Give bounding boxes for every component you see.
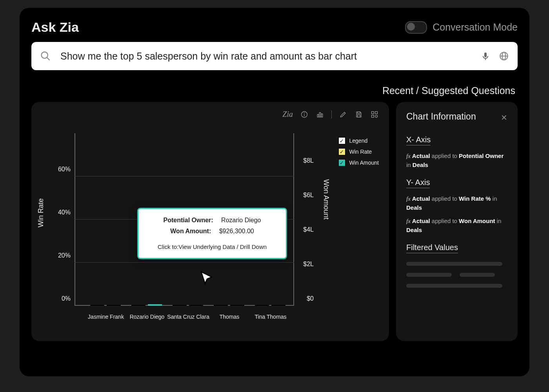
svg-rect-14 <box>358 114 360 117</box>
left-axis-title: Win Rate <box>37 198 45 227</box>
svg-rect-10 <box>317 114 318 117</box>
bar-win-rate[interactable] <box>131 305 145 306</box>
filter-placeholder <box>460 273 495 277</box>
bar-win-rate[interactable] <box>173 305 187 306</box>
svg-point-0 <box>42 52 48 58</box>
svg-rect-15 <box>372 111 374 114</box>
info-icon[interactable] <box>300 110 309 119</box>
filter-placeholder <box>406 273 452 277</box>
y-axis-mapping-1: fxActual applied to Win Rate % in Deals <box>406 194 507 212</box>
conversation-mode-label: Conversation Mode <box>433 22 518 33</box>
bar-group[interactable] <box>214 305 245 306</box>
x-tick-label: Thomas <box>208 314 251 320</box>
right-tick: $0 <box>307 295 314 302</box>
x-tick-label: Jasmine Frank <box>84 314 127 320</box>
bar-group[interactable] <box>173 305 204 306</box>
save-icon[interactable] <box>354 110 363 119</box>
right-tick: $4L <box>303 226 314 233</box>
x-axis-section-title: X- Axis <box>406 135 431 145</box>
edit-icon[interactable] <box>339 110 347 119</box>
bar-group[interactable] <box>131 304 163 306</box>
filter-placeholder <box>406 262 502 266</box>
close-icon[interactable]: ✕ <box>501 113 507 122</box>
filter-placeholder <box>406 284 502 288</box>
x-tick-label: Santa Cruz Clara <box>167 314 210 320</box>
svg-point-9 <box>304 113 305 113</box>
chart-card: Zia ✓Legend ✓Win Rate ✓Win Amount Win Ra… <box>31 102 389 341</box>
header: Ask Zia Conversation Mode <box>31 16 518 42</box>
left-tick: 60% <box>51 166 71 173</box>
toolbar-separator <box>331 110 332 119</box>
bar-win-amount[interactable] <box>148 304 162 306</box>
globe-icon[interactable] <box>499 51 509 61</box>
search-bar[interactable] <box>31 42 518 70</box>
filtered-values-title: Filtered Values <box>406 243 458 253</box>
right-tick: $6L <box>303 192 314 199</box>
right-tick: $2L <box>303 261 314 268</box>
recent-suggested-heading: Recent / Suggested Questions <box>31 85 515 96</box>
left-tick: 0% <box>51 295 71 302</box>
svg-rect-17 <box>372 115 374 117</box>
svg-rect-12 <box>321 114 322 117</box>
svg-line-1 <box>47 58 50 60</box>
legend-item-win-amount[interactable]: ✓Win Amount <box>338 159 379 166</box>
bar-win-amount[interactable] <box>230 305 244 306</box>
conversation-mode-toggle[interactable] <box>405 21 427 34</box>
bar-win-rate[interactable] <box>90 305 104 306</box>
bar-win-rate[interactable] <box>214 305 228 306</box>
right-axis-title: Won Amount <box>322 179 330 220</box>
bar-win-rate[interactable] <box>255 305 269 306</box>
bar-win-amount[interactable] <box>107 305 121 306</box>
plot-area[interactable]: 0% 20% 40% 60% $0 $2L $4L $6L $8L Potent… <box>75 133 294 306</box>
info-panel-title: Chart Information <box>406 111 507 122</box>
search-input[interactable] <box>60 50 472 62</box>
bar-group[interactable] <box>255 305 286 306</box>
legend: ✓Legend ✓Win Rate ✓Win Amount <box>338 137 379 166</box>
y-axis-mapping-2: fxActual applied to Won Amount in Deals <box>406 217 507 234</box>
legend-toggle[interactable]: ✓Legend <box>338 137 379 144</box>
left-tick: 20% <box>51 252 71 259</box>
chart-information-panel: Chart Information ✕ X- Axis fxActual app… <box>396 102 518 341</box>
svg-rect-16 <box>375 111 378 114</box>
left-tick: 40% <box>51 209 71 216</box>
mic-icon[interactable] <box>481 51 490 62</box>
chart-toolbar: Zia <box>282 110 379 119</box>
datapoint-tooltip[interactable]: Potential Owner: Rozario Diego Won Amoun… <box>137 208 287 259</box>
x-axis-mapping: fxActual applied to Potential Owner in D… <box>406 152 507 169</box>
legend-item-win-rate[interactable]: ✓Win Rate <box>338 148 379 155</box>
bar-group[interactable] <box>90 305 122 306</box>
svg-rect-11 <box>319 113 320 117</box>
bar-win-amount[interactable] <box>189 305 203 306</box>
x-tick-label: Rozario Diego <box>125 314 169 320</box>
conversation-mode-area: Conversation Mode <box>405 21 518 34</box>
dashboard-add-icon[interactable] <box>370 110 379 119</box>
svg-point-18 <box>375 115 378 117</box>
right-tick: $8L <box>303 157 314 164</box>
zia-signature-icon[interactable]: Zia <box>282 110 293 119</box>
svg-rect-2 <box>484 53 487 57</box>
x-tick-label: Tina Thomas <box>249 314 292 320</box>
ask-zia-window: Ask Zia Conversation Mode Recent / Sugge… <box>20 8 529 376</box>
bar-win-amount[interactable] <box>271 305 285 306</box>
search-icon <box>40 51 51 62</box>
svg-rect-13 <box>358 112 360 113</box>
app-title: Ask Zia <box>31 20 79 35</box>
cursor-icon <box>199 270 215 286</box>
y-axis-section-title: Y- Axis <box>406 178 430 188</box>
chart-type-icon[interactable] <box>316 110 324 119</box>
